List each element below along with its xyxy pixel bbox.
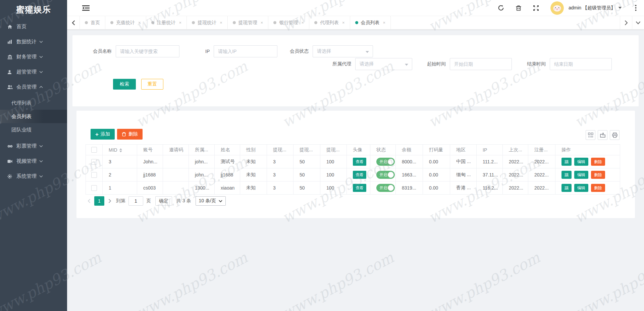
end-date-input[interactable]: [550, 58, 612, 70]
edit-button[interactable]: 编辑: [574, 184, 588, 192]
tab-5[interactable]: 银行管理×: [268, 16, 309, 29]
columns-filter-button[interactable]: [586, 130, 595, 140]
view-avatar-button[interactable]: 查看: [353, 158, 366, 166]
tab-6[interactable]: 代理列表×: [309, 16, 350, 29]
sidebar-subitem-1[interactable]: 会员列表: [0, 110, 67, 123]
delete-button[interactable]: 删除: [591, 184, 605, 192]
content-area: 会员名称 IP 会员状态 请选择 所属代理 请选择: [67, 30, 644, 311]
table-row: 3John...john...测试号未知350100查看开启8000...0.0…: [86, 155, 620, 168]
cell-balance: 1663...: [396, 168, 423, 182]
add-button[interactable]: + 添加: [91, 129, 115, 140]
sidebar-subitem-0[interactable]: 代理列表: [0, 96, 67, 110]
sidebar-item-7[interactable]: 系统管理: [0, 169, 67, 184]
agent-select[interactable]: 请选择: [355, 58, 412, 70]
sidebar-item-0[interactable]: 首页: [0, 19, 67, 34]
col-header-1: MID: [103, 145, 137, 155]
tab-7[interactable]: 会员列表×: [350, 16, 391, 29]
sidebar-item-2[interactable]: 财务管理: [0, 49, 67, 64]
tab-1[interactable]: 充值统计×: [105, 16, 146, 29]
sidebar-subitem-2[interactable]: 团队业绩: [0, 123, 67, 137]
close-icon[interactable]: ×: [179, 20, 182, 25]
sort-icon[interactable]: [119, 148, 122, 152]
select-all-checkbox[interactable]: [91, 147, 97, 153]
page-size-select[interactable]: 10 条/页: [196, 196, 226, 206]
status-toggle[interactable]: 开启: [376, 171, 395, 179]
sidebar-item-1[interactable]: 数据统计: [0, 34, 67, 49]
member-status-select[interactable]: 请选择: [313, 45, 373, 57]
cell-checkbox: [86, 182, 103, 195]
kick-button[interactable]: 踢: [561, 171, 572, 179]
view-avatar-button[interactable]: 查看: [353, 171, 366, 179]
col-header-label: 上次...: [509, 147, 522, 152]
ip-input[interactable]: [214, 45, 277, 57]
cell-avatar: 查看: [347, 155, 370, 168]
close-icon[interactable]: ×: [220, 20, 222, 25]
tabs-scroll-left-button[interactable]: [67, 16, 80, 29]
cell-reg: 2022...: [528, 182, 555, 195]
tab-3[interactable]: 提现统计×: [187, 16, 228, 29]
delete-button[interactable]: 删除: [591, 158, 605, 166]
kick-button[interactable]: 踢: [561, 184, 572, 192]
next-page-button[interactable]: [106, 196, 113, 206]
export-button[interactable]: [598, 130, 607, 140]
prev-page-button[interactable]: [86, 196, 92, 206]
chevron-down-icon: [219, 200, 222, 202]
cell-account: jj1688: [137, 168, 163, 182]
cell-agent: 1300...: [189, 182, 215, 195]
tab-2[interactable]: 注册统计×: [146, 16, 187, 29]
delete-button[interactable]: 删除: [591, 171, 605, 179]
start-date-input[interactable]: [450, 58, 512, 70]
kick-button[interactable]: 踢: [561, 158, 572, 166]
cell-actions: 踢编辑删除: [555, 155, 620, 168]
sidebar-item-3[interactable]: 超管管理: [0, 64, 67, 80]
sidebar-item-6[interactable]: 视频管理: [0, 154, 67, 169]
clear-cache-button[interactable]: [515, 4, 522, 12]
close-icon[interactable]: ×: [342, 20, 345, 25]
edit-button[interactable]: 编辑: [574, 158, 588, 166]
cell-status: 开启: [370, 182, 396, 195]
tabs-scroll-right-button[interactable]: [620, 16, 632, 29]
edit-button[interactable]: 编辑: [574, 171, 588, 179]
tab-label: 代理列表: [320, 20, 339, 26]
col-header-label: 地区: [456, 147, 466, 152]
filter-end-time: 结束时间: [527, 58, 612, 70]
confirm-page-button[interactable]: 确定: [155, 196, 172, 206]
fullscreen-button[interactable]: [532, 4, 540, 12]
cell-w1: 3: [267, 182, 293, 195]
delete-button[interactable]: 删除: [117, 129, 143, 140]
col-header-label: 头像: [353, 147, 362, 152]
chevron-right-icon: [108, 199, 111, 203]
cell-name: 测试号: [215, 155, 240, 168]
collapse-sidebar-button[interactable]: [82, 5, 90, 11]
current-page[interactable]: 1: [94, 196, 104, 206]
cell-w3: 100: [320, 155, 347, 168]
status-toggle[interactable]: 开启: [376, 158, 395, 166]
tab-label: 会员列表: [361, 20, 380, 26]
close-icon[interactable]: ×: [138, 20, 141, 25]
refresh-button[interactable]: [497, 4, 505, 12]
sidebar-item-4[interactable]: 会员管理: [0, 80, 67, 95]
row-checkbox[interactable]: [91, 159, 97, 165]
user-menu[interactable]: admin 【超级管理员】: [569, 5, 622, 11]
page-number-input[interactable]: [128, 196, 143, 206]
print-button[interactable]: [610, 130, 620, 140]
row-checkbox[interactable]: [91, 185, 97, 191]
tab-0[interactable]: 首页: [80, 16, 105, 29]
more-menu-button[interactable]: [632, 4, 639, 12]
sidebar-item-5[interactable]: 彩票管理: [0, 139, 67, 154]
reset-button[interactable]: 重置: [141, 79, 163, 90]
close-icon[interactable]: ×: [301, 20, 304, 25]
close-icon[interactable]: ×: [383, 20, 386, 25]
col-header-2: 账号: [137, 145, 163, 155]
status-toggle[interactable]: 开启: [376, 184, 395, 192]
chevron-down-icon: [39, 145, 43, 147]
tabs-options-button[interactable]: [632, 16, 644, 29]
sidebar-item-label: 超管管理: [16, 69, 37, 75]
avatar[interactable]: [550, 1, 564, 15]
row-checkbox[interactable]: [91, 172, 97, 178]
tab-4[interactable]: 提现管理×: [228, 16, 269, 29]
close-icon[interactable]: ×: [261, 20, 263, 25]
view-avatar-button[interactable]: 查看: [353, 184, 366, 192]
member-name-input[interactable]: [116, 45, 179, 57]
search-button[interactable]: 检索: [113, 79, 136, 90]
